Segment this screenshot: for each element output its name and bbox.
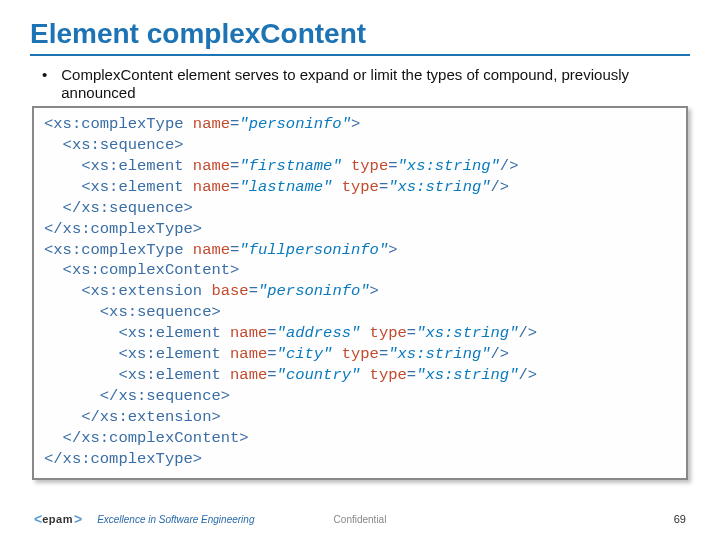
code-tag: </xs:complexContent> [63, 429, 249, 447]
code-tag: </xs:complexType> [44, 450, 202, 468]
footer: < epam > Excellence in Software Engineer… [0, 506, 720, 532]
code-val: "lastname" [239, 178, 332, 196]
code-eq: = [230, 115, 239, 133]
code-tag: <xs:element [118, 345, 220, 363]
code-tag: <xs:element [118, 324, 220, 342]
bullet-dot: • [42, 66, 47, 84]
code-tag: </xs:extension> [81, 408, 221, 426]
code-val: "xs:string" [398, 157, 500, 175]
code-val: "personinfo" [239, 115, 351, 133]
code-attr: name [221, 366, 268, 384]
code-attr: name [221, 324, 268, 342]
bullet-text: ComplexContent element serves to expand … [61, 66, 690, 102]
code-val: "xs:string" [416, 366, 518, 384]
code-attr: name [221, 345, 268, 363]
code-tag: <xs:complexType [44, 241, 184, 259]
code-close: > [351, 115, 360, 133]
slide-title: Element complexContent [30, 18, 690, 50]
code-close: /> [491, 178, 510, 196]
brand-logo: < epam > [34, 511, 81, 527]
logo-brand-text: epam [42, 513, 73, 525]
logo-close-angle: > [74, 511, 81, 527]
code-attr: name [184, 178, 231, 196]
code-tag: <xs:element [81, 178, 183, 196]
code-attr: name [184, 157, 231, 175]
code-tag: <xs:complexType [44, 115, 184, 133]
code-val: "city" [277, 345, 333, 363]
code-tag: <xs:element [118, 366, 220, 384]
code-val: "country" [277, 366, 361, 384]
code-val: "xs:string" [388, 178, 490, 196]
footer-tagline: Excellence in Software Engineering [97, 514, 254, 525]
code-val: "fullpersoninfo" [239, 241, 388, 259]
code-close: > [388, 241, 397, 259]
code-tag: </xs:sequence> [100, 387, 230, 405]
code-tag: <xs:extension [81, 282, 202, 300]
page-number: 69 [674, 513, 686, 525]
code-close: /> [518, 324, 537, 342]
title-underline [30, 54, 690, 56]
code-tag: <xs:complexContent> [63, 261, 240, 279]
code-val: "personinfo" [258, 282, 370, 300]
code-val: "xs:string" [388, 345, 490, 363]
bullet-item: • ComplexContent element serves to expan… [42, 66, 690, 102]
code-attr: type [332, 178, 379, 196]
code-close: > [370, 282, 379, 300]
code-tag: </xs:sequence> [63, 199, 193, 217]
code-attr: name [184, 115, 231, 133]
slide: Element complexContent • ComplexContent … [0, 0, 720, 540]
code-attr: type [332, 345, 379, 363]
code-tag: <xs:sequence> [100, 303, 221, 321]
code-attr: base [202, 282, 249, 300]
code-val: "xs:string" [416, 324, 518, 342]
logo-open-angle: < [34, 511, 41, 527]
code-attr: type [360, 366, 407, 384]
code-close: /> [491, 345, 510, 363]
code-tag: </xs:complexType> [44, 220, 202, 238]
code-close: /> [518, 366, 537, 384]
code-tag: <xs:element [81, 157, 183, 175]
code-attr: type [360, 324, 407, 342]
code-tag: <xs:sequence> [63, 136, 184, 154]
code-val: "address" [277, 324, 361, 342]
footer-confidential: Confidential [334, 514, 387, 525]
code-attr: name [184, 241, 231, 259]
code-block: <xs:complexType name="personinfo"> <xs:s… [32, 106, 688, 480]
code-attr: type [342, 157, 389, 175]
code-close: /> [500, 157, 519, 175]
code-val: "firstname" [239, 157, 341, 175]
